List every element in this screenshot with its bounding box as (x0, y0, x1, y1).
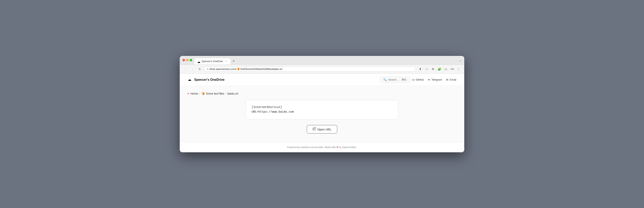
address-input[interactable]: ▾ drive.spencerwoo.com/🍞 %20Some%20test%… (204, 66, 416, 72)
bookmark-button[interactable]: ☆ (424, 66, 430, 72)
address-path: %20Some%20test%20files/baidu.url (240, 68, 282, 70)
close-button[interactable] (182, 59, 185, 61)
github-icon: ⊙ (412, 78, 414, 81)
main-area: ▶ Home / 🍞 Some test files / baidu.url [… (180, 86, 464, 142)
breadcrumb-home[interactable]: Home (190, 92, 198, 95)
github-link[interactable]: ⊙ GitHub (412, 78, 424, 81)
kbd-cmd: ⌘ (402, 78, 404, 81)
active-tab[interactable]: ☁ Spencer's OneDrive × (194, 58, 231, 64)
sidebar-icon: ▭ (444, 67, 447, 71)
breadcrumb: ▶ Home / 🍞 Some test files / baidu.url (188, 92, 456, 95)
email-label: Email (450, 78, 456, 81)
site-footer: Powered by onedrive-vercel-index. Made w… (180, 142, 464, 152)
extensions-icon: 🧩 (438, 67, 442, 71)
refresh-icon: ↻ (198, 68, 201, 71)
search-icon: 🔍 (383, 78, 387, 81)
search-label: Search ... (388, 78, 400, 81)
header-nav-links: ⊙ GitHub ✈ Telegram ✉ Email (412, 78, 456, 81)
file-content-box: [InternetShortcut] URL=https://www.baidu… (246, 100, 398, 120)
address-domain: drive.spencerwoo.com/ (210, 68, 236, 70)
address-bar: ‹ › ↻ ▾ drive.spencerwoo.com/🍞 %20Some%2… (180, 65, 464, 74)
window-collapse-button[interactable]: ⌄ (459, 58, 462, 64)
lock-icon: ▾ (207, 68, 208, 70)
footer-heart: ❤ (336, 146, 338, 149)
file-line-1: [InternetShortcut] (252, 105, 392, 110)
share-icon-btn[interactable]: ⬆ (418, 66, 423, 72)
breadcrumb-sep-2: / (226, 92, 226, 95)
search-button[interactable]: 🔍 Search ... ⌘ K (380, 76, 410, 83)
open-url-section: Open URL (188, 125, 456, 134)
page-content: ☁ Spencer's OneDrive 🔍 Search ... ⌘ K ⊙ … (180, 74, 464, 152)
menu-icon: ⋮ (457, 67, 460, 71)
back-button[interactable]: ‹ (182, 66, 188, 72)
footer-text-before: Powered by onedrive-vercel-index. Made w… (287, 146, 336, 149)
address-emoji: 🍞 (236, 68, 240, 70)
site-header: ☁ Spencer's OneDrive 🔍 Search ... ⌘ K ⊙ … (180, 74, 464, 86)
toolbar-icons: ⬆ ☆ N 🧩 ▭ 👓 ⋮ (418, 66, 462, 72)
traffic-lights (182, 59, 192, 63)
extensions-button[interactable]: 🧩 (436, 66, 442, 72)
minimize-button[interactable] (186, 59, 188, 61)
address-url: drive.spencerwoo.com/🍞 %20Some%20test%20… (210, 68, 413, 70)
new-tab-button[interactable]: + (231, 58, 236, 64)
tab-favicon: ☁ (197, 60, 200, 63)
forward-icon: › (192, 68, 193, 71)
maximize-button[interactable] (190, 59, 192, 61)
forward-button[interactable]: › (190, 66, 195, 72)
back-icon: ‹ (185, 68, 186, 71)
browser-window: ☁ Spencer's OneDrive × + ⌄ ‹ › ↻ ▾ drive… (180, 56, 464, 152)
footer-text-after: by SpencerWoo. (339, 146, 357, 149)
sidebar-button[interactable]: ▭ (443, 66, 449, 72)
profile-button[interactable]: 👓 (450, 66, 455, 72)
open-url-button[interactable]: Open URL (307, 125, 338, 134)
notion-icon: N (432, 68, 434, 70)
kbd-key: K (404, 78, 406, 81)
file-line-2: URL=https://www.baidu.com (252, 110, 392, 114)
breadcrumb-current: baidu.url (228, 92, 238, 95)
tab-close-button[interactable]: × (224, 60, 228, 63)
telegram-label: Telegram (432, 78, 442, 81)
tabs-area: ☁ Spencer's OneDrive × + (194, 58, 457, 64)
home-icon: ▶ (188, 92, 189, 94)
star-icon: ☆ (426, 67, 428, 71)
breadcrumb-sep-1: / (199, 92, 200, 95)
telegram-icon: ✈ (428, 78, 430, 81)
folder-icon: 🍞 (201, 92, 204, 95)
search-kbd: ⌘ K (401, 78, 407, 81)
github-label: GitHub (416, 78, 424, 81)
open-url-icon (312, 127, 316, 131)
site-title: Spencer's OneDrive (194, 78, 224, 82)
tab-title: Spencer's OneDrive (202, 60, 223, 63)
open-url-label: Open URL (318, 128, 332, 131)
notion-button[interactable]: N (430, 66, 436, 72)
profile-icon: 👓 (450, 67, 454, 71)
title-bar: ☁ Spencer's OneDrive × + ⌄ (180, 56, 464, 65)
email-link[interactable]: ✉ Email (446, 78, 456, 81)
telegram-link[interactable]: ✈ Telegram (428, 78, 442, 81)
email-icon: ✉ (446, 78, 448, 81)
share-icon: ⬆ (419, 67, 422, 71)
breadcrumb-folder[interactable]: Some test files (206, 92, 224, 95)
site-logo-icon: ☁ (188, 77, 192, 82)
menu-button[interactable]: ⋮ (456, 66, 462, 72)
site-logo-area: ☁ Spencer's OneDrive (188, 77, 224, 82)
refresh-button[interactable]: ↻ (197, 66, 202, 72)
